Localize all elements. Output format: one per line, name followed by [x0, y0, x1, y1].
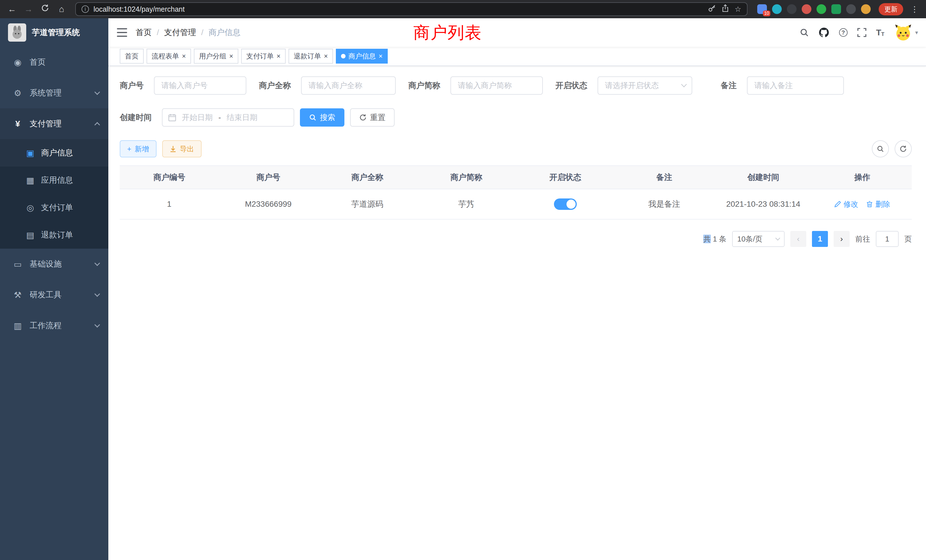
close-icon[interactable]: ×: [277, 53, 280, 60]
status-select[interactable]: 请选择开启状态: [598, 76, 692, 95]
breadcrumb-payment[interactable]: 支付管理: [164, 27, 196, 38]
sidebar-item-label: 退款订单: [41, 230, 73, 241]
sidebar-logo[interactable]: 芋道管理系统: [0, 18, 108, 47]
user-avatar[interactable]: ▾: [894, 23, 918, 42]
search-button[interactable]: 搜索: [300, 108, 344, 127]
sidebar-item-dev-tools[interactable]: ⚒ 研发工具: [0, 279, 108, 310]
url-text[interactable]: localhost:1024/pay/merchant: [94, 5, 185, 14]
extension-icon[interactable]: [846, 4, 856, 14]
tab-pay-order[interactable]: 支付订单 ×: [241, 49, 286, 64]
tab-refund-order[interactable]: 退款订单 ×: [289, 49, 333, 64]
short-name-label: 商户简称: [408, 80, 440, 91]
close-icon[interactable]: ×: [378, 53, 383, 60]
fullscreen-icon[interactable]: [857, 28, 866, 37]
pagination: 共 1 条 10条/页 ‹ 1 › 前往 页: [120, 231, 912, 247]
font-size-icon[interactable]: TT: [876, 28, 884, 37]
create-time-label: 创建时间: [120, 112, 152, 123]
page-size-select[interactable]: 10条/页: [732, 231, 785, 247]
reset-button[interactable]: 重置: [350, 108, 395, 127]
extension-icon[interactable]: [787, 4, 797, 14]
cell-remark: 我是备注: [615, 189, 714, 219]
browser-update-button[interactable]: 更新: [879, 3, 903, 15]
sidebar-item-refund-order[interactable]: ▤ 退款订单: [0, 221, 108, 249]
sidebar-item-pay-order[interactable]: ◎ 支付订单: [0, 194, 108, 221]
sidebar-item-label: 基础设施: [30, 259, 62, 269]
tab-label: 首页: [125, 51, 139, 61]
tab-home[interactable]: 首页: [120, 49, 144, 64]
github-icon[interactable]: [819, 27, 829, 38]
extension-icon[interactable]: [817, 4, 826, 14]
tags-view-bar: 首页 流程表单 × 用户分组 × 支付订单 × 退款订单 ×: [108, 47, 926, 66]
edit-link[interactable]: 修改: [834, 199, 858, 209]
extension-icon[interactable]: [831, 4, 841, 14]
merchant-no-input[interactable]: [154, 76, 246, 95]
column-header: 商户编号: [120, 166, 219, 189]
sidebar-item-home[interactable]: ◉ 首页: [0, 47, 108, 77]
hamburger-icon[interactable]: [108, 18, 136, 47]
search-icon: [309, 114, 316, 121]
home-icon[interactable]: ⌂: [55, 0, 68, 18]
goto-page-input[interactable]: [876, 231, 899, 247]
help-icon[interactable]: ?: [839, 28, 847, 37]
navbar-actions: ? TT: [800, 23, 926, 42]
page-root: ← → ⌂ i localhost:1024/pay/merchant ☆ 10: [0, 0, 926, 560]
sidebar-item-workflow[interactable]: ▥ 工作流程: [0, 310, 108, 341]
toggle-search-button[interactable]: [872, 140, 889, 157]
remark-input[interactable]: [747, 76, 844, 95]
forward-icon[interactable]: →: [22, 0, 35, 18]
sidebar-item-system[interactable]: ⚙ 系统管理: [0, 77, 108, 108]
tab-merchant-info[interactable]: 商户信息 ×: [336, 49, 388, 64]
workflow-icon: ▥: [11, 321, 24, 331]
extension-icon[interactable]: [802, 4, 811, 14]
browser-menu-icon[interactable]: ⋮: [909, 5, 920, 14]
back-icon[interactable]: ←: [6, 0, 18, 18]
status-toggle[interactable]: [554, 198, 577, 210]
tab-label: 商户信息: [348, 51, 376, 61]
extension-icon[interactable]: [861, 4, 871, 14]
search-icon[interactable]: [800, 28, 809, 37]
table-row: 1 M233666999 芋道源码 芋艿 我是备注 2021-10-23 08:…: [120, 189, 912, 219]
sidebar-item-payment[interactable]: ¥ 支付管理: [0, 108, 108, 139]
close-icon[interactable]: ×: [182, 53, 186, 60]
bookmark-star-icon[interactable]: ☆: [735, 5, 741, 14]
status-label: 开启状态: [555, 80, 587, 91]
short-name-input[interactable]: [451, 76, 543, 95]
tab-user-group[interactable]: 用户分组 ×: [194, 49, 238, 64]
close-icon[interactable]: ×: [229, 53, 233, 60]
add-button[interactable]: + 新增: [120, 140, 156, 157]
create-time-range-picker[interactable]: 开始日期 - 结束日期: [162, 108, 294, 127]
prev-page-button[interactable]: ‹: [790, 231, 806, 247]
extension-icon[interactable]: 10: [757, 4, 767, 14]
breadcrumb-home[interactable]: 首页: [136, 27, 152, 38]
page-1-button[interactable]: 1: [812, 231, 828, 247]
address-bar[interactable]: i localhost:1024/pay/merchant ☆: [75, 2, 747, 16]
full-name-input[interactable]: [301, 76, 396, 95]
reload-icon[interactable]: [39, 0, 51, 18]
close-icon[interactable]: ×: [324, 53, 328, 60]
table-header: 商户编号 商户号 商户全称 商户简称 开启状态 备注 创建时间 操作: [120, 166, 912, 189]
tab-process-form[interactable]: 流程表单 ×: [147, 49, 191, 64]
site-info-icon[interactable]: i: [82, 5, 89, 13]
caret-down-icon: ▾: [915, 29, 918, 36]
chevron-up-icon: [94, 122, 100, 128]
password-key-icon[interactable]: [708, 4, 716, 14]
export-button[interactable]: 导出: [162, 140, 201, 157]
active-tab-dot: [341, 54, 345, 59]
yen-icon: ¥: [11, 119, 24, 129]
column-header: 创建时间: [714, 166, 813, 189]
status-select-placeholder: 请选择开启状态: [605, 80, 659, 91]
goto-suffix: 页: [904, 234, 912, 244]
share-icon[interactable]: [722, 4, 729, 14]
download-icon: [169, 145, 177, 152]
extension-icon[interactable]: [772, 4, 782, 14]
gear-icon: ⚙: [11, 88, 24, 98]
sidebar-item-app-info[interactable]: ▦ 应用信息: [0, 166, 108, 194]
next-page-button[interactable]: ›: [834, 231, 850, 247]
sidebar-item-infrastructure[interactable]: ▭ 基础设施: [0, 249, 108, 279]
delete-link[interactable]: 删除: [866, 199, 890, 209]
sidebar-item-label: 商户信息: [41, 147, 73, 158]
merchant-no-label: 商户号: [120, 80, 144, 91]
page-size-value: 10条/页: [737, 234, 763, 244]
refresh-table-button[interactable]: [895, 140, 912, 157]
sidebar-item-merchant-info[interactable]: ▣ 商户信息: [0, 139, 108, 166]
